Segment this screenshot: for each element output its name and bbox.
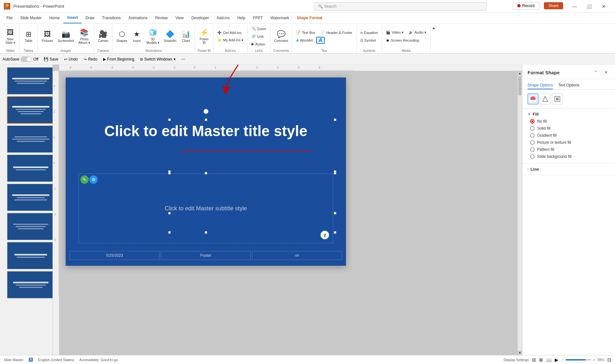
slide-thumb-7[interactable]: [7, 242, 53, 269]
panel-close-icon[interactable]: ✕: [602, 69, 610, 76]
sel-handle-tl[interactable]: [168, 118, 171, 121]
screen-recording-button[interactable]: ⏺ Screen Recording: [384, 37, 421, 44]
sel-handle-tr[interactable]: [334, 118, 336, 121]
fill-section-header[interactable]: ▼ Fill: [528, 112, 610, 117]
vertical-scrollbar[interactable]: ▲ ▼: [518, 71, 522, 355]
tab-file[interactable]: File: [3, 12, 16, 23]
normal-view-button[interactable]: ⊟: [532, 357, 536, 362]
video-button[interactable]: 🎬 Video ▾: [384, 29, 406, 36]
slide-thumb-6[interactable]: [7, 213, 53, 240]
panel-effects-icon[interactable]: [540, 93, 551, 104]
slide-thumb-4[interactable]: [7, 155, 53, 182]
fill-option-solid[interactable]: Solid fill: [530, 126, 610, 131]
smartart-button[interactable]: 🔷 SmartArt: [162, 26, 178, 47]
record-button[interactable]: Record: [512, 2, 539, 10]
sel-handle-tc[interactable]: [205, 118, 207, 121]
tab-help[interactable]: Help: [234, 12, 249, 23]
get-addins-button[interactable]: ➕ Get Add-ins: [215, 29, 243, 36]
scrollbar-thumb[interactable]: [518, 76, 521, 95]
tab-shape-format[interactable]: Shape Format: [293, 12, 326, 23]
screenshot-button[interactable]: 📷 Screenshot: [56, 26, 76, 47]
audio-button[interactable]: 🔊 Audio ▾: [407, 29, 428, 36]
ribbon-expand-button[interactable]: ▲: [432, 26, 436, 30]
tab-insert[interactable]: Insert: [63, 12, 82, 23]
comment-button[interactable]: 💬 Comment: [272, 26, 290, 47]
tab-addins[interactable]: Add-ins: [213, 12, 234, 23]
sel-handle-sub-mr[interactable]: [334, 212, 336, 214]
slide-thumb-2[interactable]: [7, 96, 53, 124]
panel-collapse-icon[interactable]: ⌃: [592, 69, 600, 76]
chart-button[interactable]: 📊 Chart: [179, 26, 193, 47]
slide-subtitle[interactable]: Click to edit Master subtitle style: [165, 205, 247, 212]
autosave-switch[interactable]: [20, 56, 32, 62]
slide-subtitle-box[interactable]: ✎ ⚙ Click to edit Master subtitle style …: [78, 174, 333, 243]
panel-fill-line-icon[interactable]: [528, 93, 538, 104]
panel-size-icon[interactable]: [552, 93, 563, 104]
slide-thumb-1[interactable]: [7, 67, 53, 94]
fill-option-gradient[interactable]: Gradient fill: [530, 133, 610, 138]
tab-text-options[interactable]: Text Options: [558, 82, 579, 89]
slide-thumb-8[interactable]: [7, 271, 53, 298]
sel-handle-sub-tr[interactable]: [334, 172, 336, 174]
restore-button[interactable]: ⬜: [582, 1, 596, 12]
edit-icon-pencil[interactable]: ✎: [80, 175, 89, 184]
new-slide-button[interactable]: 🖼 NewSlide ▾: [3, 26, 17, 47]
fill-option-no-fill[interactable]: No fill: [530, 119, 610, 124]
tab-shape-options[interactable]: Shape Options: [528, 82, 553, 89]
edit-icon-more[interactable]: ⚙: [89, 175, 98, 184]
tab-animations[interactable]: Animations: [125, 12, 151, 23]
powerbi-button[interactable]: ⚡ PowerBI: [197, 26, 211, 47]
footer-date-box[interactable]: 5/25/2023: [70, 251, 160, 260]
scrollbar-up-button[interactable]: ▲: [518, 71, 522, 76]
slide-canvas[interactable]: Click to edit Master title style ✎ ⚙: [66, 77, 346, 266]
zoom-slider[interactable]: [566, 359, 591, 360]
tab-watermark[interactable]: Watermark: [266, 12, 293, 23]
photo-album-button[interactable]: 📚 PhotoAlbum ▾: [77, 26, 92, 47]
search-bar[interactable]: 🔍 Search: [314, 2, 487, 11]
close-button[interactable]: ✕: [596, 1, 611, 12]
sel-handle-sub-br[interactable]: [334, 231, 336, 234]
tab-slide-master[interactable]: Slide Master: [16, 12, 45, 23]
reading-view-button[interactable]: 📖: [546, 357, 552, 362]
footer-text-box[interactable]: Footer: [161, 251, 251, 260]
canvas-area[interactable]: -6 -5 -4 -3 -2 -1 0 1 2 3 4 5 6 3 2 1: [53, 65, 522, 355]
cameo-button[interactable]: 🎥 Cameo: [96, 26, 110, 47]
header-footer-button[interactable]: 📄 Header & Footer: [319, 29, 354, 36]
slide-thumb-3[interactable]: [7, 125, 53, 153]
textbox-button[interactable]: 📝 Text Box: [294, 29, 317, 36]
wordart2-button[interactable]: A: [316, 37, 325, 44]
zoom-out-button[interactable]: −: [562, 358, 563, 362]
tab-review[interactable]: Review: [151, 12, 171, 23]
zoom-in-button[interactable]: +: [593, 358, 595, 362]
icons-button[interactable]: ★ Icons: [130, 26, 144, 47]
3d-models-button[interactable]: 🧊 3DModels ▾: [144, 26, 161, 47]
save-qa-button[interactable]: 💾 Save: [42, 56, 60, 62]
my-addins-button[interactable]: ⭐ My Add-ins ▾: [215, 37, 245, 44]
table-button[interactable]: ⊞ Table: [21, 26, 36, 47]
action-button[interactable]: ▶ Action: [250, 41, 267, 48]
from-beginning-qa-button[interactable]: ▶ From Beginning: [101, 56, 136, 62]
slide-thumb-5[interactable]: [7, 184, 53, 211]
fill-option-pattern[interactable]: Pattern fill: [530, 147, 610, 152]
wordart-button[interactable]: A WordArt: [294, 37, 315, 44]
fill-option-slide-bg[interactable]: Slide background fill: [530, 154, 610, 159]
undo-qa-button[interactable]: ↩ Undo: [62, 56, 80, 62]
shapes-button[interactable]: ⬡ Shapes: [114, 26, 129, 47]
rotate-handle[interactable]: [203, 109, 209, 114]
tab-view[interactable]: View: [172, 12, 188, 23]
redo-qa-button[interactable]: ↪ Redo: [82, 56, 99, 62]
tab-draw[interactable]: Draw: [82, 12, 98, 23]
scrollbar-down-button[interactable]: ▼: [518, 351, 522, 355]
footer-page-box[interactable]: ‹#›: [252, 251, 342, 260]
symbol-button[interactable]: Ω Symbol: [358, 37, 378, 44]
slide-title[interactable]: Click to edit Master title style: [78, 122, 333, 140]
display-settings-button[interactable]: Display Settings: [504, 358, 529, 362]
customize-qa-button[interactable]: ⋯: [179, 56, 187, 62]
pictures-button[interactable]: 🖼 Pictures: [40, 26, 55, 47]
tab-home[interactable]: Home: [45, 12, 63, 23]
switch-windows-qa-button[interactable]: ⧉ Switch Windows ▾: [138, 56, 177, 62]
minimize-button[interactable]: —: [567, 1, 582, 12]
tab-fppt[interactable]: FPPT: [249, 12, 267, 23]
tab-developer[interactable]: Developer: [188, 12, 213, 23]
tab-transitions[interactable]: Transitions: [98, 12, 125, 23]
